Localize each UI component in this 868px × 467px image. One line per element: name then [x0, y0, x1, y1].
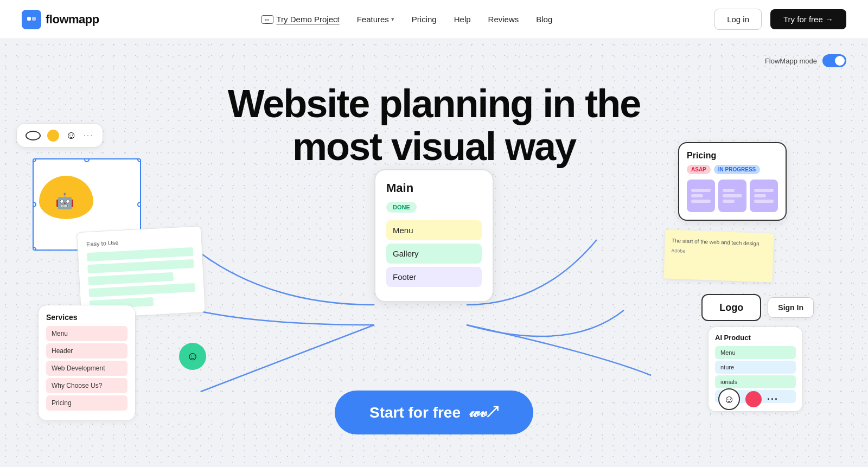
- try-free-button[interactable]: Try for free →: [770, 9, 846, 29]
- nav-center: ▭ Try Demo Project Features ▾ Pricing He…: [261, 15, 553, 24]
- pricing-badges: ASAP IN PROGRESS: [687, 165, 778, 174]
- services-item-header: Header: [46, 343, 127, 359]
- chevron-down-icon: ▾: [391, 16, 394, 23]
- cta-button-label: Start for free: [369, 404, 461, 421]
- logo-icon: [22, 10, 41, 29]
- doc-card-title: Easy to Use: [86, 235, 193, 247]
- bottom-emoji-row: ☺ ···: [718, 388, 778, 410]
- in-progress-badge: IN PROGRESS: [714, 165, 760, 174]
- hero-section: FlowMapp mode Website planning in the mo…: [0, 39, 868, 467]
- services-item-why: Why Choose Us?: [46, 378, 127, 393]
- doc-line: [87, 259, 194, 273]
- start-free-button[interactable]: Start for free 𝓌𝓋↗: [335, 391, 533, 434]
- nav-help[interactable]: Help: [454, 15, 471, 24]
- pricing-card-title: Pricing: [687, 151, 778, 161]
- more-dots-icon: ···: [83, 131, 93, 140]
- doc-line: [88, 283, 195, 297]
- login-button[interactable]: Log in: [714, 9, 762, 30]
- pricing-panel-3: [750, 180, 778, 212]
- red-dot: [745, 391, 762, 407]
- robot-icon: 🤖: [55, 192, 74, 210]
- services-item-menu: Menu: [46, 326, 127, 341]
- ai-item-menu: Menu: [715, 346, 796, 359]
- handle-tr: [137, 158, 141, 162]
- smiley-icon: ☺: [66, 129, 76, 142]
- nav-features[interactable]: Features ▾: [357, 15, 394, 24]
- sticky-note-text: The start of the web and tech design: [672, 236, 767, 248]
- center-card-title: Main: [386, 181, 482, 195]
- card-item-menu: Menu: [386, 220, 482, 240]
- services-card-title: Services: [46, 313, 127, 322]
- flowmapp-mode-toggle[interactable]: FlowMapp mode: [765, 54, 846, 67]
- green-smiley-dot: ☺: [179, 343, 206, 370]
- services-item-pricing: Pricing: [46, 395, 127, 411]
- hero-title: Website planning in the most visual way: [190, 82, 678, 168]
- logo-box: Logo: [701, 294, 761, 321]
- nav-blog[interactable]: Blog: [536, 15, 552, 24]
- toggle-knob: [835, 56, 845, 66]
- card-item-gallery: Gallery: [386, 244, 482, 264]
- float-widget: ☺ ···: [16, 123, 103, 148]
- doc-line: [88, 272, 173, 285]
- nav-demo-link[interactable]: ▭ Try Demo Project: [261, 15, 340, 24]
- svg-rect-0: [27, 17, 31, 21]
- pricing-panel-1: [687, 180, 715, 212]
- pricing-panel-2: [718, 180, 746, 212]
- card-item-footer: Footer: [386, 267, 482, 287]
- ai-item-feature: nture: [715, 361, 796, 374]
- ai-product-title: AI Product: [715, 334, 796, 342]
- signin-box[interactable]: Sign In: [768, 297, 814, 318]
- center-card: Main DONE Menu Gallery Footer: [374, 169, 494, 302]
- logo-signin-row: Logo Sign In: [701, 294, 814, 321]
- done-badge: DONE: [386, 202, 417, 213]
- bottom-smiley-icon: ☺: [718, 388, 740, 410]
- navbar: flowmapp ▭ Try Demo Project Features ▾ P…: [0, 0, 868, 39]
- hero-title-line2: most visual way: [292, 125, 576, 168]
- hero-title-line1: Website planning in the: [228, 82, 641, 125]
- demo-icon: ▭: [261, 15, 273, 24]
- ai-item-testimonials: ionials: [715, 375, 796, 388]
- logo-text: flowmapp: [46, 12, 99, 27]
- handle-bl: [33, 247, 36, 251]
- handle-tm: [84, 158, 90, 162]
- handle-mr: [137, 202, 141, 207]
- mode-label: FlowMapp mode: [765, 57, 817, 65]
- handle-ml: [33, 202, 36, 207]
- nav-actions: Log in Try for free →: [714, 9, 846, 30]
- asap-badge: ASAP: [687, 165, 711, 174]
- doc-lines: [87, 247, 196, 309]
- logo[interactable]: flowmapp: [22, 10, 99, 29]
- cta-wave-icon: 𝓌𝓋↗: [469, 404, 499, 421]
- doc-line: [87, 247, 194, 261]
- pricing-panels: [687, 180, 778, 212]
- oval-icon: [25, 131, 41, 140]
- handle-tl: [33, 158, 36, 162]
- svg-rect-1: [32, 17, 36, 21]
- nav-pricing[interactable]: Pricing: [412, 15, 437, 24]
- yellow-dot: [47, 130, 59, 142]
- nav-reviews[interactable]: Reviews: [488, 15, 519, 24]
- more-options-icon: ···: [767, 394, 778, 405]
- pricing-card: Pricing ASAP IN PROGRESS: [678, 142, 787, 221]
- toggle-switch[interactable]: [822, 54, 846, 67]
- sticky-note: The start of the web and tech design Ado…: [663, 230, 774, 283]
- services-item-web-dev: Web Development: [46, 361, 127, 376]
- services-card: Services Menu Header Web Development Why…: [38, 305, 136, 421]
